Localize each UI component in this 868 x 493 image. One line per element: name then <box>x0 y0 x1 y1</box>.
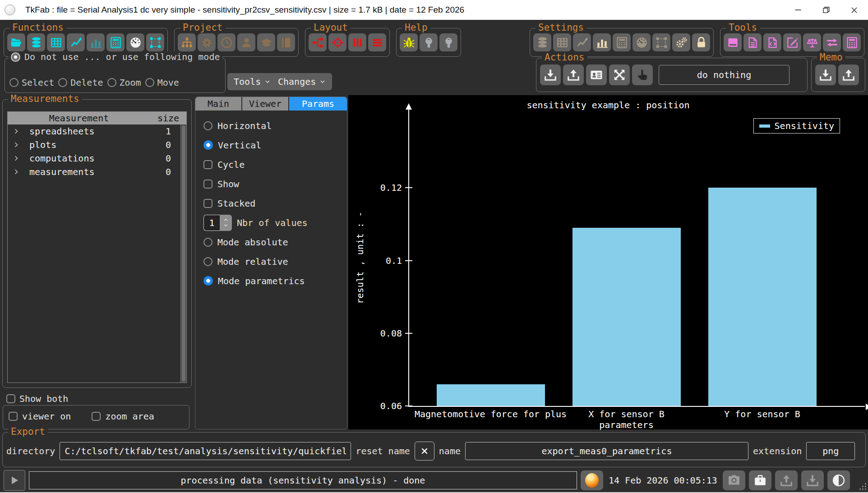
column-measurement[interactable]: Measurement <box>8 113 150 124</box>
settings-barchart-button[interactable] <box>593 33 611 51</box>
tools-script-button[interactable] <box>763 33 781 51</box>
tree-scrollbar-thumb[interactable] <box>182 125 185 382</box>
tab-viewer[interactable]: Viewer <box>242 97 288 111</box>
layout-center-button[interactable] <box>328 33 346 51</box>
action-import-button[interactable] <box>540 65 561 85</box>
action-card-button[interactable] <box>586 65 607 85</box>
settings-gears-button[interactable] <box>672 33 690 51</box>
memo-save-button[interactable] <box>815 65 836 85</box>
settings-lock-button[interactable] <box>692 33 710 51</box>
layout-columns-button[interactable] <box>348 33 366 51</box>
tools-transfer-button[interactable] <box>823 33 841 51</box>
option-mode-absolute[interactable]: Mode absolute <box>195 232 347 252</box>
mode-option-delete[interactable]: Delete <box>58 77 103 88</box>
option-vertical[interactable]: Vertical <box>195 135 347 155</box>
computation-button[interactable] <box>106 33 125 51</box>
tree-scrollbar[interactable] <box>180 124 186 382</box>
changes-menu-button[interactable]: Changes <box>272 73 332 90</box>
horizontal-radio[interactable] <box>203 121 212 130</box>
extension-input[interactable] <box>806 442 855 460</box>
cycle-checkbox[interactable] <box>203 160 212 169</box>
action-expand-button[interactable] <box>609 65 630 85</box>
zoom-area-checkbox[interactable] <box>92 412 101 421</box>
mode-option-select[interactable]: Select <box>9 77 54 88</box>
option-stacked[interactable]: Stacked <box>195 194 347 213</box>
viewer-on-checkbox[interactable] <box>9 412 18 421</box>
status-orb-button[interactable] <box>581 470 603 490</box>
debug-button[interactable] <box>400 33 418 51</box>
tree-row-spreadsheets[interactable]: spreadsheets 1 <box>8 124 186 138</box>
mode-parametrics-radio[interactable] <box>203 276 213 286</box>
column-size[interactable]: size <box>150 113 186 124</box>
stacked-checkbox[interactable] <box>203 199 212 208</box>
tree-row-computations[interactable]: computations 0 <box>8 152 186 165</box>
status-download-button[interactable] <box>801 470 824 490</box>
settings-gauge-button[interactable] <box>633 33 651 51</box>
option-show[interactable]: Show <box>195 174 347 194</box>
chevron-right-icon[interactable] <box>8 142 26 148</box>
tools-calculator-button[interactable] <box>843 33 861 51</box>
nbr-of-values-value[interactable]: 1 <box>203 215 220 231</box>
plot-button[interactable] <box>67 33 85 51</box>
nbr-of-values-spinner[interactable]: 1 <box>203 215 232 231</box>
selection-button[interactable] <box>146 33 164 51</box>
project-settings-button[interactable] <box>198 33 216 51</box>
hint2-button[interactable] <box>439 33 457 51</box>
settings-database-button[interactable] <box>533 33 551 51</box>
select-radio[interactable] <box>9 78 18 87</box>
name-input[interactable] <box>465 442 748 460</box>
memo-load-button[interactable] <box>838 65 859 85</box>
tab-params[interactable]: Params <box>289 97 347 111</box>
do-nothing-button[interactable]: do nothing <box>659 65 790 85</box>
chevron-right-icon[interactable] <box>8 169 26 175</box>
measurement-button[interactable] <box>126 33 144 51</box>
show-checkbox[interactable] <box>203 180 212 189</box>
tab-main[interactable]: Main <box>195 97 241 111</box>
project-history-button[interactable] <box>217 33 235 51</box>
delete-radio[interactable] <box>58 78 67 87</box>
spreadsheet-button[interactable] <box>47 33 65 51</box>
option-mode-relative[interactable]: Mode relative <box>195 252 347 271</box>
workspace-button[interactable] <box>749 470 771 490</box>
tools-compare-button[interactable] <box>803 33 821 51</box>
settings-plot-button[interactable] <box>573 33 591 51</box>
bar-chart-button[interactable] <box>87 33 105 51</box>
project-notebook-button[interactable] <box>277 33 295 51</box>
move-radio[interactable] <box>145 78 154 87</box>
option-horizontal[interactable]: Horizontal <box>195 116 347 135</box>
action-export-button[interactable] <box>563 65 584 85</box>
layout-tree-button[interactable] <box>309 33 327 51</box>
minimize-button[interactable] <box>784 0 812 20</box>
tools-console-button[interactable] <box>724 33 742 51</box>
vertical-radio[interactable] <box>203 140 213 150</box>
tools-edit-button[interactable] <box>783 33 801 51</box>
show-both-checkbox[interactable] <box>6 394 15 403</box>
settings-table-button[interactable] <box>553 33 571 51</box>
chevron-right-icon[interactable] <box>8 128 26 134</box>
database-button[interactable] <box>27 33 45 51</box>
directory-input[interactable] <box>60 442 351 460</box>
settings-computation-button[interactable] <box>613 33 631 51</box>
do-not-use-radio[interactable] <box>11 52 20 62</box>
option-cycle[interactable]: Cycle <box>195 155 347 174</box>
spinner-buttons[interactable] <box>220 215 232 231</box>
tree-row-measurements[interactable]: measurements 0 <box>8 165 186 179</box>
show-both-option[interactable]: Show both <box>6 393 68 404</box>
tree-row-plots[interactable]: plots 0 <box>8 138 186 152</box>
resize-grip[interactable] <box>859 483 866 490</box>
screenshot-button[interactable] <box>723 470 745 490</box>
run-button[interactable] <box>4 470 25 491</box>
project-user-button[interactable] <box>237 33 255 51</box>
zoom-radio[interactable] <box>107 78 116 87</box>
status-upload-button[interactable] <box>775 470 798 490</box>
tools-menu-button[interactable]: Tools <box>227 73 277 90</box>
close-button[interactable] <box>840 0 868 20</box>
open-file-button[interactable] <box>7 33 25 51</box>
mode-relative-radio[interactable] <box>203 257 212 266</box>
mode-option-move[interactable]: Move <box>145 77 179 88</box>
theme-toggle-button[interactable] <box>827 470 850 490</box>
option-mode-parametrics[interactable]: Mode parametrics <box>195 271 347 290</box>
project-learn-button[interactable] <box>257 33 275 51</box>
settings-selection-button[interactable] <box>652 33 670 51</box>
tools-document-button[interactable] <box>743 33 762 51</box>
